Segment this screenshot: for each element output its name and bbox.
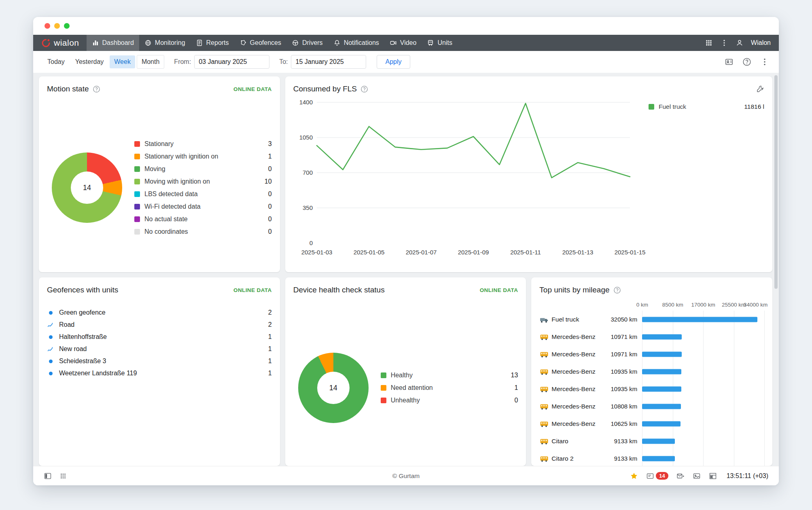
vertical-scrollbar[interactable] xyxy=(774,75,778,463)
svg-text:2025-01-15: 2025-01-15 xyxy=(614,249,645,256)
bus-icon xyxy=(539,351,549,358)
image-icon[interactable] xyxy=(693,472,701,480)
help-circle-icon[interactable] xyxy=(613,286,621,294)
legend-color-chip xyxy=(381,372,386,378)
layout-sidebar-icon[interactable] xyxy=(44,472,52,480)
dashboard-content: Motion state ONLINE DATA 14 Stationary3S… xyxy=(33,73,779,466)
legend-item: Stationary3 xyxy=(134,138,272,150)
mileage-row[interactable]: Mercedes-Benz10935 km xyxy=(539,363,764,380)
mileage-value: 9133 km xyxy=(606,455,642,462)
svg-text:350: 350 xyxy=(303,204,313,211)
geofence-row[interactable]: New road1 xyxy=(47,343,272,355)
legend-item: Moving with ignition on10 xyxy=(134,175,272,188)
preset-week[interactable]: Week xyxy=(110,55,135,68)
device-health-donut-chart: 14 xyxy=(298,353,369,423)
user-name[interactable]: Wialon xyxy=(751,39,771,47)
report-icon xyxy=(196,39,203,47)
preset-today[interactable]: Today xyxy=(43,55,69,68)
legend-value: 0 xyxy=(514,397,518,404)
preset-month[interactable]: Month xyxy=(137,55,164,69)
nav-item-monitoring[interactable]: Monitoring xyxy=(139,35,191,51)
geofence-list: Green geofence2Road2Haltenhoffstraße1New… xyxy=(47,307,272,379)
nav-item-label: Drivers xyxy=(302,39,323,47)
mileage-value: 10971 km xyxy=(606,333,642,340)
legend-label: Stationary with ignition on xyxy=(144,153,218,160)
legend-item: Wi-Fi detected data0 xyxy=(134,200,272,213)
mileage-row[interactable]: Citaro9133 km xyxy=(539,432,764,450)
grid-dots-icon[interactable] xyxy=(59,472,67,480)
online-data-label: ONLINE DATA xyxy=(480,287,518,293)
legend-value: 0 xyxy=(268,165,272,173)
nav-item-reports[interactable]: Reports xyxy=(191,35,234,51)
unread-count-badge: 14 xyxy=(656,472,668,480)
geofence-row[interactable]: Green geofence2 xyxy=(47,307,272,319)
geofence-unit-count: 1 xyxy=(268,358,272,365)
legend-label: Wi-Fi detected data xyxy=(144,203,201,210)
mileage-value: 10625 km xyxy=(606,420,642,427)
nav-item-label: Dashboard xyxy=(102,39,134,47)
scrollbar-thumb[interactable] xyxy=(774,75,778,289)
favorites-star-icon[interactable] xyxy=(630,472,638,480)
preset-yesterday[interactable]: Yesterday xyxy=(71,55,108,68)
mileage-row[interactable]: Citaro 29133 km xyxy=(539,450,764,466)
mileage-bar xyxy=(642,438,675,444)
legend-color-chip xyxy=(134,179,140,184)
user-icon[interactable] xyxy=(736,39,744,47)
nav-item-units[interactable]: Units xyxy=(422,35,457,51)
contacts-icon[interactable] xyxy=(725,57,734,66)
nav-item-geofences[interactable]: Geofences xyxy=(234,35,286,51)
help-circle-icon[interactable] xyxy=(93,85,100,93)
mileage-row[interactable]: Mercedes-Benz10935 km xyxy=(539,380,764,398)
svg-text:2025-01-03: 2025-01-03 xyxy=(301,249,332,256)
device-health-panel: Device health check status ONLINE DATA 1… xyxy=(285,277,526,466)
apply-button[interactable]: Apply xyxy=(377,55,410,69)
legend-item: No actual state0 xyxy=(134,213,272,225)
messages-icon[interactable] xyxy=(646,472,654,480)
legend-value: 0 xyxy=(268,203,272,210)
legend-item: Unhealthy0 xyxy=(381,394,518,407)
svg-text:2025-01-07: 2025-01-07 xyxy=(405,249,437,256)
mileage-axis-label: 17000 km xyxy=(691,302,715,308)
mileage-row[interactable]: Mercedes-Benz10971 km xyxy=(539,345,764,363)
navbar-kebab-icon[interactable] xyxy=(720,39,728,47)
mail-out-icon[interactable] xyxy=(676,472,685,480)
window-minimize-button[interactable] xyxy=(54,23,60,29)
nav-item-video[interactable]: Video xyxy=(384,35,422,51)
geofence-row[interactable]: Road2 xyxy=(47,319,272,331)
wialon-logo[interactable]: wialon xyxy=(38,35,87,51)
filter-kebab-icon[interactable] xyxy=(760,57,769,66)
legend-color-chip xyxy=(381,385,386,391)
mileage-row[interactable]: Mercedes-Benz10971 km xyxy=(539,328,764,345)
svg-text:1050: 1050 xyxy=(299,134,312,141)
apps-grid-icon[interactable] xyxy=(705,39,713,47)
legend-label: No actual state xyxy=(144,216,188,223)
nav-item-notifications[interactable]: Notifications xyxy=(328,35,384,51)
date-to-input[interactable] xyxy=(291,55,366,69)
mileage-axis-label: 34000 km xyxy=(744,302,767,308)
mileage-unit-name: Citaro 2 xyxy=(551,455,606,462)
svg-text:0: 0 xyxy=(309,239,312,246)
mileage-row[interactable]: Fuel truck32050 km xyxy=(539,311,764,328)
window-zoom-button[interactable] xyxy=(64,23,70,29)
legend-item: No coordinates0 xyxy=(134,225,272,238)
clock: 13:51:11 (+03) xyxy=(727,472,768,480)
legend-color-chip xyxy=(134,166,140,172)
date-from-input[interactable] xyxy=(194,55,269,69)
help-circle-icon[interactable] xyxy=(360,85,368,93)
geofence-row[interactable]: Scheidestraße 31 xyxy=(47,355,272,367)
mileage-row[interactable]: Mercedes-Benz10625 km xyxy=(539,415,764,432)
nav-item-drivers[interactable]: Drivers xyxy=(286,35,328,51)
window-close-button[interactable] xyxy=(45,23,50,29)
help-icon[interactable] xyxy=(742,57,751,66)
table-icon[interactable] xyxy=(709,472,717,480)
bus-icon xyxy=(539,420,549,427)
geofence-name: Weetzener Landstraße 119 xyxy=(59,370,137,377)
geofence-row[interactable]: Haltenhoffstraße1 xyxy=(47,331,272,343)
legend-label: Stationary xyxy=(144,140,174,148)
settings-wrench-icon[interactable] xyxy=(756,85,764,93)
mileage-bar xyxy=(642,386,681,391)
geofence-row[interactable]: Weetzener Landstraße 1191 xyxy=(47,367,272,379)
nav-item-dashboard[interactable]: Dashboard xyxy=(87,35,139,51)
mileage-row[interactable]: Mercedes-Benz10808 km xyxy=(539,398,764,415)
mileage-unit-name: Fuel truck xyxy=(551,316,606,323)
